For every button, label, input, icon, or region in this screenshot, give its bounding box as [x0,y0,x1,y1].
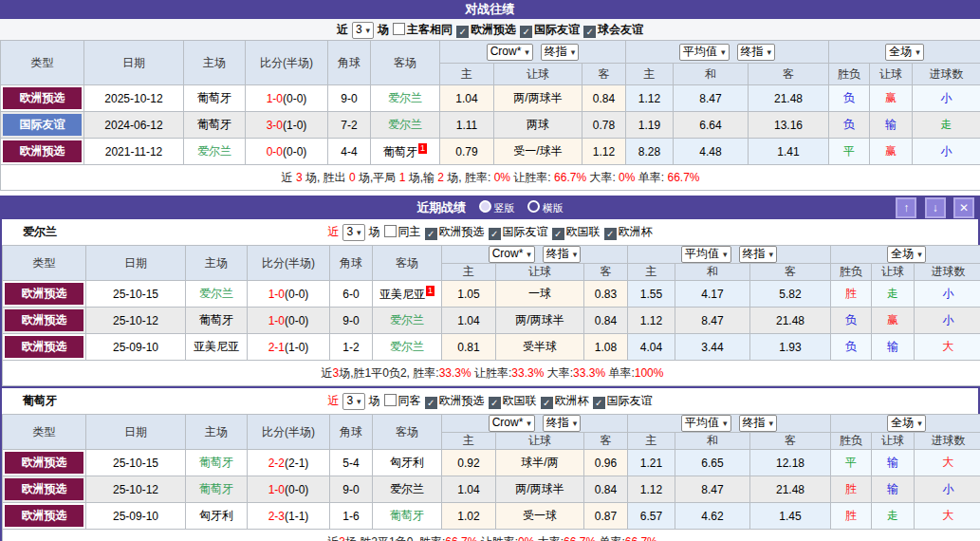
checked-checkbox[interactable]: ✓ [604,228,617,240]
crow-source-select[interactable]: Crow*▾ [489,415,535,432]
table-row: 欧洲预选2025-10-12葡萄牙1-0(0-0)9-0爱尔兰1.04两/两球半… [1,85,980,112]
checked-checkbox[interactable]: ✓ [456,26,469,38]
checked-checkbox[interactable]: ✓ [541,397,553,409]
filter-checkbox-label: 主客相同 [407,23,453,36]
league-badge: 欧洲预选 [5,336,83,358]
col-header-corners: 角球 [330,246,373,281]
col-header-handicap-result: 让球 [872,264,915,281]
summary-text: 大率: [586,171,619,184]
crow-source-select[interactable]: Crow*▾ [487,44,533,61]
final-odds-select-value: 终指 [545,45,567,58]
checked-checkbox[interactable]: ✓ [520,26,532,38]
unchecked-checkbox[interactable] [393,23,405,35]
final-odds-select[interactable]: 终指▾ [543,246,582,263]
near-count-select-value: 3 [346,394,353,407]
col-header-away: 客场 [371,41,440,85]
team-name: 匈牙利 [390,456,424,469]
result-cell: 小 [913,139,980,165]
result-group-fulltime: 全场▾ [831,415,980,433]
average-source-select[interactable]: 平均值▾ [681,415,731,432]
odds-cell: 1.21 [628,450,675,476]
home-team-cell: 葡萄牙 [186,476,248,503]
summary-text: 单率: [596,535,625,541]
vertical-layout-radio[interactable] [479,200,491,213]
average-source-select[interactable]: 平均值▾ [681,246,731,263]
portugal-table-head: 类型 日期 主场 比分(半场) 角球 客场 Crow*▾终指▾ 平均值▾终指▾ … [3,415,980,450]
odds-cell: 1.04 [442,476,496,503]
checked-checkbox[interactable]: ✓ [593,397,605,409]
checked-checkbox[interactable]: ✓ [425,397,437,409]
fulltime-score: 1-0 [268,483,285,496]
odds-cell: 1.11 [440,112,494,139]
odds-group-crow: Crow*▾终指▾ [442,246,628,264]
crow-source-select[interactable]: Crow*▾ [489,246,535,263]
col-header-wdl: 胜负 [831,264,872,281]
table-row: 欧洲预选25-10-15爱尔兰1-0(0-0)6-0亚美尼亚11.05一球0.8… [3,281,980,308]
result-cell: 负 [831,334,872,361]
horizontal-layout-radio[interactable] [527,200,540,213]
final-odds-select[interactable]: 终指▾ [541,44,580,61]
col-header-wdl: 胜负 [829,64,870,85]
near-count-select[interactable]: 3▾ [352,22,374,39]
horizontal-layout-label[interactable]: 横版 [543,202,564,214]
league-cell: 欧洲预选 [3,281,86,308]
corners-cell: 9-0 [330,476,373,503]
corners-cell: 9-0 [328,85,371,112]
final-odds-select-2[interactable]: 终指▾ [739,246,778,263]
team-name: 葡萄牙 [383,145,417,159]
result-cell: 胜 [831,503,872,530]
odds-cell: 8.47 [675,308,750,334]
final-odds-select-2[interactable]: 终指▾ [739,415,778,432]
near-count-select[interactable]: 3▾ [342,224,364,241]
corners-cell: 1-6 [330,503,373,530]
checked-checkbox[interactable]: ✓ [425,228,437,240]
h2h-table-head: 类型 日期 主场 比分(半场) 角球 客场 Crow*▾终指▾ 平均值▾终指▾ … [1,41,980,85]
summary-value: 33.3% [573,366,605,380]
filter-checkbox-label: 国际友谊 [607,394,653,407]
result-cell: 负 [829,85,870,112]
h2h-summary: 近 3 场, 胜出 0 场,平局 1 场,输 2 场, 胜率: 0% 让胜率: … [1,165,980,191]
fulltime-score: 2-2 [268,457,285,470]
final-odds-select[interactable]: 终指▾ [543,415,582,432]
fulltime-select[interactable]: 全场▾ [885,44,924,61]
checked-checkbox[interactable]: ✓ [583,26,596,38]
close-button[interactable]: ✕ [953,197,974,218]
date-cell: 2025-10-12 [84,85,184,112]
unchecked-checkbox[interactable] [384,225,397,237]
final-odds-select-2[interactable]: 终指▾ [737,44,776,61]
move-up-button[interactable]: ↑ [896,197,916,218]
odds-cell: 4.17 [675,281,750,308]
col-header-crow-handicap: 让球 [496,433,584,450]
odds-cell: 1.04 [440,85,494,112]
col-header-avg-draw: 和 [675,264,750,281]
odds-cell: 5.82 [750,281,831,308]
checked-checkbox[interactable]: ✓ [552,228,564,240]
chevron-down-icon: ▾ [573,250,578,259]
summary-text: 大率: [534,535,564,541]
away-team-cell: 亚美尼亚1 [373,281,442,308]
sup-red-badge: 1 [426,286,435,296]
col-header-date: 日期 [86,415,186,450]
average-source-select[interactable]: 平均值▾ [679,44,730,61]
checked-checkbox[interactable]: ✓ [489,397,501,409]
result-cell: 走 [872,503,915,530]
team-name: 爱尔兰 [388,118,422,131]
move-down-button[interactable]: ↓ [925,197,946,218]
result-cell: 大 [915,450,980,476]
league-cell: 欧洲预选 [3,308,86,334]
fulltime-select[interactable]: 全场▾ [887,415,926,432]
ireland-table: 类型 日期 主场 比分(半场) 角球 客场 Crow*▾终指▾ 平均值▾终指▾ … [2,245,980,386]
average-source-select-value: 平均值 [685,416,719,429]
fulltime-select[interactable]: 全场▾ [887,246,926,263]
average-source-select-value: 平均值 [685,247,719,260]
near-count-select[interactable]: 3▾ [342,393,364,410]
team-name: 爱尔兰 [390,313,424,326]
col-header-score: 比分(半场) [248,415,330,450]
filter-checkbox-group: ✓球会友谊 [583,23,643,36]
filter-checkbox-group: ✓欧洲预选 [456,23,516,36]
checked-checkbox[interactable]: ✓ [489,228,501,240]
vertical-layout-label[interactable]: 竖版 [494,202,515,214]
chevron-down-icon: ▾ [721,47,726,57]
team-name: 葡萄牙 [199,482,233,495]
unchecked-checkbox[interactable] [384,394,397,406]
